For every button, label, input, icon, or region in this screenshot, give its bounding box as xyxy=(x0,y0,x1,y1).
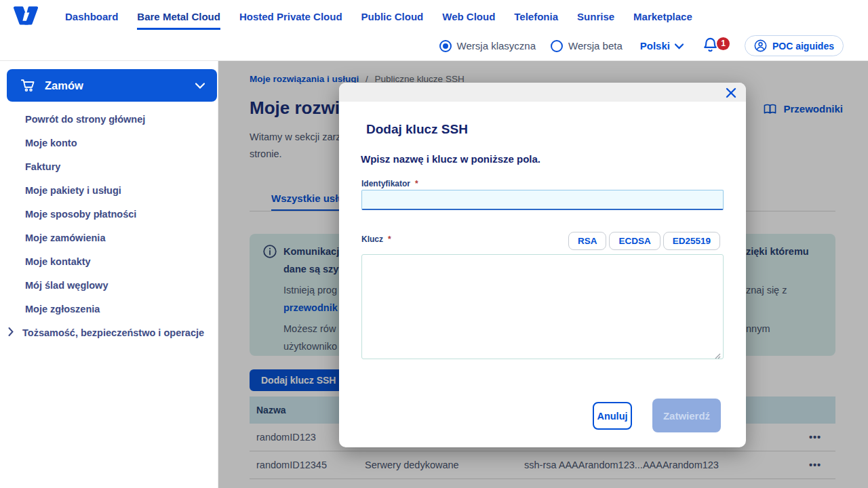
notification-badge: 1 xyxy=(717,37,730,50)
identifier-label: Identyfikator* xyxy=(361,179,418,188)
sidebar-item-label: Tożsamość, bezpieczeństwo i operacje xyxy=(22,327,204,338)
submit-button[interactable]: Zatwierdź xyxy=(652,399,721,432)
chevron-down-icon xyxy=(675,40,684,52)
order-button[interactable]: Zamów xyxy=(7,69,217,102)
sidebar-item-payment-methods[interactable]: Moje sposoby płatności xyxy=(0,202,218,226)
chevron-down-icon xyxy=(195,81,205,91)
modal-header-band xyxy=(339,83,746,102)
key-type-segmented-control: RSA ECDSA ED25519 xyxy=(568,232,720,250)
nav-item-web-cloud[interactable]: Web Cloud xyxy=(442,1,495,30)
sidebar-item-home[interactable]: Powrót do strony głównej xyxy=(0,107,218,131)
nav-item-telefonia[interactable]: Telefonia xyxy=(514,1,558,30)
radio-selected-icon xyxy=(439,40,452,52)
nav-item-sunrise[interactable]: Sunrise xyxy=(577,1,614,30)
key-textarea[interactable] xyxy=(361,254,724,359)
key-label: Klucz* xyxy=(361,235,391,244)
sidebar-item-account[interactable]: Moje konto xyxy=(0,131,218,155)
sidebar-item-packages[interactable]: Moje pakiety i usługi xyxy=(0,178,218,202)
bell-icon xyxy=(703,36,718,54)
user-circle-icon xyxy=(754,39,767,52)
key-type-ecdsa-button[interactable]: ECDSA xyxy=(609,232,660,250)
required-asterisk: * xyxy=(388,235,391,244)
sidebar-item-tickets[interactable]: Moje zgłoszenia xyxy=(0,297,218,321)
nav-item-hosted-private-cloud[interactable]: Hosted Private Cloud xyxy=(239,1,342,30)
notifications-button[interactable]: 1 xyxy=(703,36,730,56)
identifier-input[interactable] xyxy=(361,190,724,210)
modal-title: Dodaj klucz SSH xyxy=(366,122,468,137)
key-type-ed25519-button[interactable]: ED25519 xyxy=(663,232,720,250)
nav-item-dashboard[interactable]: Dashboard xyxy=(65,1,118,30)
nav-item-bare-metal-cloud[interactable]: Bare Metal Cloud xyxy=(137,1,220,30)
key-type-rsa-button[interactable]: RSA xyxy=(568,232,607,250)
nav-item-public-cloud[interactable]: Public Cloud xyxy=(361,1,424,30)
version-beta-label: Wersja beta xyxy=(568,40,623,52)
version-classic-radio[interactable]: Wersja klasyczna xyxy=(439,40,536,52)
sidebar: Zamów Powrót do strony głównej Moje kont… xyxy=(0,61,218,488)
cancel-button[interactable]: Anuluj xyxy=(593,402,632,430)
radio-unselected-icon xyxy=(551,40,563,52)
chevron-right-icon xyxy=(8,327,14,338)
modal-description: Wpisz nazwę i klucz w poniższe pola. xyxy=(361,153,540,165)
language-label: Polski xyxy=(640,40,670,52)
sidebar-item-orders[interactable]: Moje zamówienia xyxy=(0,226,218,249)
add-ssh-key-modal: Dodaj klucz SSH Wpisz nazwę i klucz w po… xyxy=(339,83,746,447)
version-beta-radio[interactable]: Wersja beta xyxy=(551,40,623,52)
secondary-header-row: Wersja klasyczna Wersja beta Polski 1 xyxy=(0,31,868,60)
sidebar-item-carbon-footprint[interactable]: Mój ślad węglowy xyxy=(0,273,218,297)
ovhcloud-logo-icon[interactable] xyxy=(12,5,39,26)
account-label: POC aiguides xyxy=(772,41,834,52)
app-window: Dashboard Bare Metal Cloud Hosted Privat… xyxy=(0,0,868,488)
account-menu-button[interactable]: POC aiguides xyxy=(745,35,844,56)
required-asterisk: * xyxy=(415,179,418,188)
sidebar-item-contacts[interactable]: Moje kontakty xyxy=(0,249,218,273)
top-header: Dashboard Bare Metal Cloud Hosted Privat… xyxy=(0,0,868,61)
main-nav: Dashboard Bare Metal Cloud Hosted Privat… xyxy=(46,1,692,30)
close-icon[interactable] xyxy=(725,87,737,100)
main-nav-row: Dashboard Bare Metal Cloud Hosted Privat… xyxy=(0,0,868,31)
language-selector[interactable]: Polski xyxy=(640,40,684,52)
sidebar-item-identity-security[interactable]: Tożsamość, bezpieczeństwo i operacje xyxy=(0,321,218,344)
version-classic-label: Wersja klasyczna xyxy=(457,40,536,52)
cart-icon xyxy=(20,79,35,92)
nav-item-marketplace[interactable]: Marketplace xyxy=(633,1,692,30)
sidebar-menu: Powrót do strony głównej Moje konto Fakt… xyxy=(0,107,218,344)
sidebar-item-invoices[interactable]: Faktury xyxy=(0,155,218,178)
order-button-label: Zamów xyxy=(45,79,83,92)
